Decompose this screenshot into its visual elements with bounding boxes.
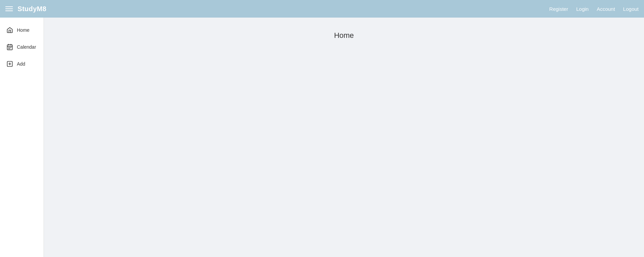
login-link[interactable]: Login xyxy=(576,6,589,12)
layout: Home Calendar xyxy=(0,18,644,257)
app-title: StudyM8 xyxy=(18,5,46,13)
main-content: Home xyxy=(44,18,644,257)
sidebar-item-calendar[interactable]: Calendar xyxy=(0,39,44,55)
sidebar-item-add[interactable]: Add xyxy=(0,55,44,72)
page-title: Home xyxy=(334,31,354,40)
logout-link[interactable]: Logout xyxy=(623,6,639,12)
hamburger-menu-button[interactable] xyxy=(5,6,13,11)
sidebar: Home Calendar xyxy=(0,18,44,257)
home-icon xyxy=(6,26,14,34)
sidebar-item-home-label: Home xyxy=(17,27,29,33)
sidebar-item-add-label: Add xyxy=(17,61,25,67)
account-link[interactable]: Account xyxy=(597,6,615,12)
sidebar-item-calendar-label: Calendar xyxy=(17,44,36,50)
calendar-icon xyxy=(6,43,14,51)
navbar-right: Register Login Account Logout xyxy=(549,6,639,12)
navbar: StudyM8 Register Login Account Logout xyxy=(0,0,644,18)
navbar-left: StudyM8 xyxy=(5,5,46,13)
register-link[interactable]: Register xyxy=(549,6,568,12)
add-icon xyxy=(6,60,14,68)
sidebar-item-home[interactable]: Home xyxy=(0,22,44,39)
